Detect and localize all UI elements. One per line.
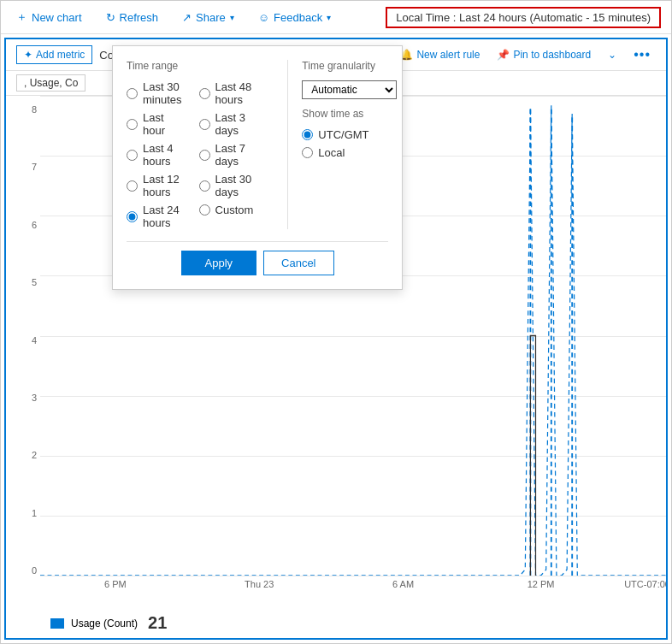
share-icon: ↗ [182,11,192,24]
label-30d: Last 30 days [215,173,254,198]
option-48h[interactable]: Last 48 hours [199,80,254,106]
legend-count: 21 [148,613,167,633]
option-30d[interactable]: Last 30 days [199,173,254,198]
ellipsis-icon: ••• [634,47,651,62]
granularity-section: Time granularity Automatic 1 minute 5 mi… [287,60,398,229]
share-button[interactable]: ↗ Share ▾ [177,8,239,27]
label-custom: Custom [215,204,254,216]
popup-buttons: Apply Cancel [127,241,388,275]
chevron-down-icon: ▾ [230,13,234,22]
option-1h[interactable]: Last hour [127,111,182,137]
label-utc: UTC/GMT [318,128,368,141]
granularity-select[interactable]: Automatic 1 minute 5 minutes 15 minutes … [302,80,397,99]
time-range-title: Time range [127,60,253,72]
more-options-button[interactable]: ••• [628,44,656,65]
radio-30m[interactable] [127,88,138,99]
label-48h: Last 48 hours [215,80,254,106]
add-metric-label: Add metric [36,49,85,61]
label-12h: Last 12 hours [143,173,182,198]
x-label-utc: UTC-07:00 [624,579,668,589]
x-label-thu23: Thu 23 [245,579,274,589]
option-local[interactable]: Local [302,146,398,159]
time-cols: Last 30 minutes Last hour Last 4 hours [127,80,253,229]
option-custom[interactable]: Custom [199,204,254,216]
granularity-title: Time granularity [302,60,398,72]
option-utc[interactable]: UTC/GMT [302,128,398,141]
y-label-6: 6 [9,220,37,230]
time-col-left: Last 30 minutes Last hour Last 4 hours [127,80,182,229]
refresh-label: Refresh [120,11,159,24]
pin-icon: 📌 [497,49,510,61]
toolbar: ＋ New chart ↻ Refresh ↗ Share ▾ ☺ Feedba… [1,1,671,34]
radio-12h[interactable] [127,180,138,192]
label-24h: Last 24 hours [143,204,182,229]
legend-color-swatch [50,618,64,629]
radio-7d[interactable] [199,150,210,161]
chevron-down-icon-3: ⌄ [608,49,616,61]
radio-4h[interactable] [127,150,138,161]
refresh-button[interactable]: ↻ Refresh [101,8,164,27]
new-alert-rule-button[interactable]: 🔔 New alert rule [395,46,485,63]
label-30m: Last 30 minutes [143,80,182,106]
y-label-0: 0 [9,565,37,576]
y-label-7: 7 [9,162,37,172]
feedback-icon: ☺ [258,11,269,24]
chart-legend: Usage (Count) 21 [6,610,666,638]
show-time-col: UTC/GMT Local [302,128,398,159]
radio-local[interactable] [302,147,313,158]
label-4h: Last 4 hours [143,142,182,168]
y-label-1: 1 [9,508,37,518]
time-range-popup: Time range Last 30 minutes Last hour [112,45,403,290]
add-metric-icon: ✦ [24,49,32,61]
main-container: ＋ New chart ↻ Refresh ↗ Share ▾ ☺ Feedba… [0,0,672,644]
option-7d[interactable]: Last 7 days [199,142,254,168]
pin-to-dashboard-label: Pin to dashboard [513,49,591,61]
option-3d[interactable]: Last 3 days [199,111,254,137]
y-label-5: 5 [9,277,37,287]
y-label-2: 2 [9,450,37,460]
radio-3d[interactable] [199,119,210,130]
feedback-button[interactable]: ☺ Feedback ▾ [253,8,336,27]
popup-row: Time range Last 30 minutes Last hour [127,60,388,229]
option-24h[interactable]: Last 24 hours [127,204,182,229]
label-3d: Last 3 days [215,111,254,137]
radio-1h[interactable] [127,119,138,130]
time-col-right: Last 48 hours Last 3 days Last 7 days [199,80,254,229]
add-metric-button[interactable]: ✦ Add metric [16,45,92,64]
radio-custom[interactable] [199,204,210,216]
plus-icon: ＋ [16,9,27,25]
new-chart-button[interactable]: ＋ New chart [11,6,87,28]
feedback-label: Feedback [274,11,322,24]
label-1h: Last hour [143,111,182,137]
option-4h[interactable]: Last 4 hours [127,142,182,168]
time-display[interactable]: Local Time : Last 24 hours (Automatic - … [386,7,661,28]
x-axis: 6 PM Thu 23 6 AM 12 PM UTC-07:00 [40,576,666,610]
label-local: Local [318,146,345,159]
radio-24h[interactable] [127,211,138,222]
y-label-3: 3 [9,393,37,403]
y-label-8: 8 [9,104,37,115]
radio-48h[interactable] [199,88,210,99]
radio-utc[interactable] [302,129,313,140]
show-time-as-title: Show time as [302,108,398,120]
apply-button[interactable]: Apply [181,251,257,275]
refresh-icon: ↻ [106,11,115,24]
option-12h[interactable]: Last 12 hours [127,173,182,198]
legend-label: Usage (Count) [71,617,138,629]
chevron-down-icon-2: ▾ [327,13,331,22]
y-axis: 8 7 6 5 4 3 2 1 0 [6,96,40,610]
x-label-12pm: 12 PM [528,579,555,589]
time-range-section: Time range Last 30 minutes Last hour [127,60,253,229]
pin-to-dashboard-button[interactable]: 📌 Pin to dashboard [492,46,596,63]
cancel-button[interactable]: Cancel [263,251,333,275]
label-7d: Last 7 days [215,142,254,168]
share-label: Share [196,11,226,24]
chart-header-actions: ⌄ 🔔 New alert rule 📌 Pin to dashboard ⌄ … [369,44,656,65]
expand-button[interactable]: ⌄ [603,46,622,63]
new-chart-label: New chart [32,11,82,24]
x-label-6am: 6 AM [392,579,414,589]
radio-30d[interactable] [199,180,210,192]
x-label-6pm: 6 PM [104,579,127,589]
option-30m[interactable]: Last 30 minutes [127,80,182,106]
metric-tag[interactable]: , Usage, Co [16,74,85,92]
